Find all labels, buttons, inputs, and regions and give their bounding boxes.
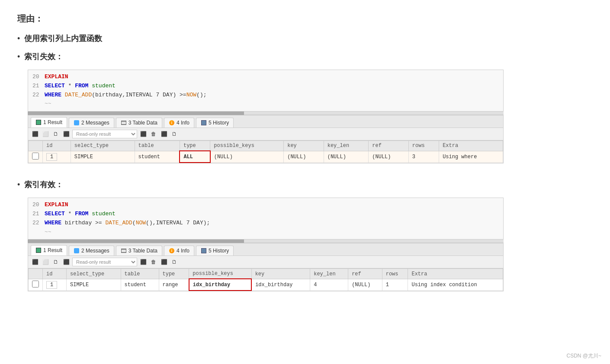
th-type-1: type [180,141,210,151]
bullet-text-2: 索引失效： [24,51,63,62]
th-ref-2: ref [348,269,382,279]
td-rows-1: 3 [408,151,439,163]
tabs-bar-2: 1 Result 2 Messages 3 Table Data i 4 Inf… [28,243,503,256]
td-key-2: idx_birthday [251,279,310,291]
tab-info-label-2: 4 Info [177,248,189,254]
toolbar-btn-2e[interactable]: ⬛ [139,258,148,266]
result-icon-2 [35,247,42,253]
code2-line-dots: ~~ [32,228,499,237]
th-ref-1: ref [369,141,409,151]
th-key-len-1: key_len [324,141,369,151]
code-line-1: 20 EXPLAIN [32,73,499,82]
table-header-row-1: id select_type table type possible_keys … [29,141,503,151]
tab-tabledata-label-2: 3 Table Data [128,248,157,254]
tab-tabledata-label-1: 3 Table Data [128,120,157,126]
page-title: 理由： [17,13,593,25]
result-mode-select-2[interactable]: Read-only result [72,258,137,266]
table-row: 1 SIMPLE student ALL (NULL) (NULL) (NULL… [29,151,503,163]
code-scrollbar-2[interactable] [28,239,504,243]
result-panel-2: 1 Result 2 Messages 3 Table Data i 4 Inf… [28,243,504,291]
result-mode-select-1[interactable]: Read-only result [72,130,137,138]
toolbar-btn-1h[interactable]: 🗋 [170,130,179,138]
tab-result-label-2: 1 Result [43,247,62,253]
bullet-text-3: 索引有效： [24,179,63,190]
tabs-bar-1: 1 Result 2 Messages 3 Table Data i 4 Inf… [28,115,503,128]
toolbar-btn-1b[interactable]: ⬜ [41,130,50,138]
td-ref-2: (NULL) [348,279,382,291]
th-select-type-1: select_type [71,141,135,151]
toolbar-btn-2g[interactable]: ⬛ [160,258,168,266]
tab-result-1[interactable]: 1 Result [31,117,67,128]
td-key-1: (NULL) [284,151,324,163]
result-panel-1: 1 Result 2 Messages 3 Table Data i 4 Inf… [28,115,504,163]
code-scrollbar-thumb-2 [28,239,244,243]
th-table-2: table [121,269,159,279]
td-checkbox-2 [29,279,43,291]
td-extra-1: Using where [439,151,503,163]
td-checkbox-1 [29,151,43,163]
toolbar-btn-2a[interactable]: ⬛ [31,258,39,266]
tab-tabledata-1[interactable]: 3 Table Data [116,118,162,128]
td-select-type-2: SIMPLE [67,279,121,291]
toolbar-1: ⬛ ⬜ 🗋 ⬛ Read-only result ⬛ 🗑 ⬛ 🗋 [28,128,503,140]
table-row: 1 SIMPLE student range idx_birthday idx_… [29,279,503,291]
row-checkbox-1[interactable] [32,153,39,160]
td-select-type-1: SIMPLE [71,151,135,163]
toolbar-btn-1d[interactable]: ⬛ [62,130,71,138]
code-line-dots: ~~ [32,99,499,109]
toolbar-btn-1g[interactable]: ⬛ [160,130,168,138]
toolbar-2: ⬛ ⬜ 🗋 ⬛ Read-only result ⬛ 🗑 ⬛ 🗋 [28,256,503,268]
th-checkbox-1 [29,141,43,151]
td-id-2: 1 [43,279,67,291]
toolbar-btn-1a[interactable]: ⬛ [31,130,39,138]
code-line-3: 22 WHERE DATE_ADD (birthday,INTERVAL 7 D… [32,91,499,100]
bullet-dot-3: • [17,180,20,189]
toolbar-btn-2f[interactable]: 🗑 [149,258,158,266]
toolbar-btn-2b[interactable]: ⬜ [41,258,50,266]
td-rows-2: 1 [382,279,408,291]
tab-info-2[interactable]: i 4 Info [164,246,194,255]
td-key-len-1: (NULL) [324,151,369,163]
th-possible-keys-1: possible_keys [210,141,284,151]
tab-history-1[interactable]: 5 History [196,118,234,128]
info-icon-2: i [169,248,175,254]
tab-tabledata-2[interactable]: 3 Table Data [116,246,162,255]
bullet-item-2: • 索引失效： [17,51,593,62]
tab-history-2[interactable]: 5 History [196,246,234,255]
td-possible-keys-2: idx_birthday [189,279,251,291]
tab-messages-1[interactable]: 2 Messages [69,118,114,128]
code2-line-1: 20 EXPLAIN [32,201,499,210]
td-type-1: ALL [180,151,210,163]
toolbar-btn-1c[interactable]: 🗋 [51,130,60,138]
code-scrollbar-1[interactable] [28,112,504,115]
tab-messages-2[interactable]: 2 Messages [69,246,114,255]
th-table-1: table [135,141,180,151]
th-key-1: key [284,141,324,151]
bullet-item-1: • 使用索引列上内置函数 [17,33,593,44]
toolbar-btn-2c[interactable]: 🗋 [51,258,60,266]
th-rows-2: rows [382,269,408,279]
toolbar-btn-1e[interactable]: ⬛ [139,130,148,138]
th-possible-keys-2: possible_keys [189,269,251,279]
toolbar-btn-2d[interactable]: ⬛ [62,258,71,266]
th-id-2: id [43,269,67,279]
tab-info-1[interactable]: i 4 Info [164,118,194,128]
table-header-row-2: id select_type table type possible_keys … [29,269,503,279]
code-block-1: 20 EXPLAIN 21 SELECT * FROM student 22 W… [28,70,504,112]
bullet-text-1: 使用索引列上内置函数 [24,33,102,44]
td-table-2: student [121,279,159,291]
th-id-1: id [43,141,71,151]
history-icon-1 [201,120,207,126]
th-key-len-2: key_len [310,269,348,279]
code2-line-2: 21 SELECT * FROM student [32,210,499,219]
info-icon-1: i [169,120,175,126]
tab-result-2[interactable]: 1 Result [31,245,67,255]
bullet-item-3: • 索引有效： [17,179,593,190]
toolbar-btn-1f[interactable]: 🗑 [149,130,158,138]
row-checkbox-2[interactable] [32,281,39,287]
th-extra-1: Extra [439,141,503,151]
toolbar-btn-2h[interactable]: 🗋 [170,258,179,266]
th-type-2: type [159,269,189,279]
th-checkbox-2 [29,269,43,279]
tab-history-label-1: 5 History [209,120,229,126]
